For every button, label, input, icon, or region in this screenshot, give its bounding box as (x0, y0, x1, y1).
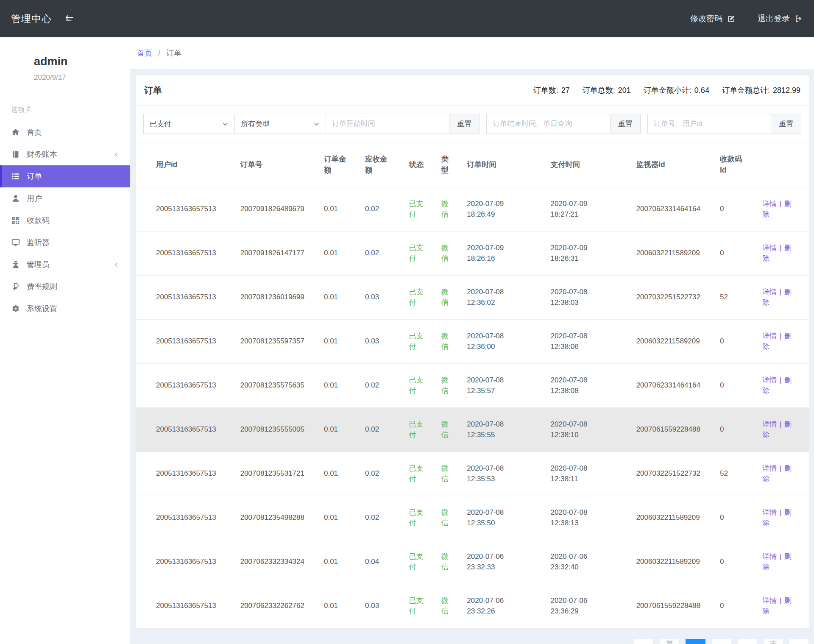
sidebar-item-home[interactable]: 首页 (0, 121, 130, 143)
cell-qrcode-id: 0 (716, 187, 759, 231)
reset-start-time-button[interactable]: 重置 (449, 114, 479, 134)
pagination-page-3[interactable]: 3 (737, 639, 757, 644)
order-detail-link[interactable]: 详情 (762, 376, 777, 384)
action-separator: | (780, 464, 781, 472)
stat-value: 2812.99 (773, 86, 800, 95)
table-header-cell: 应收金额 (362, 142, 405, 187)
sidebar-item-admins[interactable]: 管理员 (0, 254, 130, 276)
ruble-icon (11, 282, 20, 291)
pagination-last-button[interactable]: 末页 (763, 639, 783, 644)
stat-label: 订单数: (533, 86, 558, 95)
pagination-page-2[interactable]: 2 (711, 639, 731, 644)
cell-status: 已支付 (405, 231, 438, 275)
cell-monitor-id: 2006032211589209 (633, 496, 716, 540)
cell-order-time: 2020-07-08 12:36:02 (463, 275, 547, 319)
order-detail-link[interactable]: 详情 (762, 420, 777, 428)
order-detail-link[interactable]: 详情 (762, 288, 777, 296)
reset-search-button[interactable]: 重置 (771, 114, 801, 134)
order-detail-link[interactable]: 详情 (762, 464, 777, 472)
sidebar-item-qrcodes[interactable]: 收款码 (0, 209, 130, 231)
table-row: 20051316365751320070623323343240.010.04已… (136, 540, 809, 584)
cell-status: 已支付 (405, 275, 438, 319)
status-badge: 已支付 (409, 288, 423, 307)
cell-qrcode-id: 52 (716, 452, 759, 496)
action-separator: | (780, 597, 781, 605)
order-detail-link[interactable]: 详情 (762, 508, 777, 516)
pagination-next-button[interactable] (789, 639, 809, 644)
logout-link[interactable]: 退出登录 (758, 13, 803, 24)
cell-user-id: 200513163657513 (136, 231, 237, 275)
book-icon (11, 150, 20, 159)
cell-monitor-id: 2007061559228488 (633, 584, 716, 628)
order-detail-link[interactable]: 详情 (762, 552, 777, 560)
action-separator: | (780, 288, 781, 296)
cell-type: 微信 (438, 319, 463, 363)
sidebar-item-users[interactable]: 用户 (0, 187, 130, 209)
cell-type: 微信 (438, 496, 463, 540)
breadcrumb-separator: / (158, 49, 160, 57)
table-header-cell: 支付时间 (547, 142, 633, 187)
app-title: 管理中心 (11, 12, 52, 25)
cell-user-id: 200513163657513 (136, 363, 237, 407)
type-filter-select[interactable]: 所有类型 (234, 114, 326, 134)
order-detail-link[interactable]: 详情 (762, 597, 777, 605)
change-password-link[interactable]: 修改密码 (690, 13, 736, 24)
qrcode-icon (11, 216, 20, 225)
sign-out-icon (794, 14, 803, 23)
login-date: 2020/9/17 (34, 73, 121, 82)
order-detail-link[interactable]: 详情 (762, 332, 777, 340)
sidebar-item-listeners[interactable]: 监听器 (0, 231, 130, 254)
stat: 订单金额总计:2812.99 (722, 86, 800, 95)
breadcrumb-home-link[interactable]: 首页 (137, 49, 152, 57)
chevron-left-icon (113, 262, 120, 268)
list-icon (11, 172, 20, 181)
status-badge: 已支付 (409, 552, 423, 572)
page-title: 订单 (144, 84, 162, 96)
cell-order-amount: 0.01 (321, 584, 362, 628)
start-time-input[interactable] (326, 114, 449, 134)
reset-end-time-button[interactable]: 重置 (610, 114, 641, 134)
cell-pay-time: 2020-07-06 23:36:29 (547, 584, 633, 628)
gear-icon (11, 304, 20, 313)
sidebar-item-label: 首页 (27, 127, 42, 137)
sidebar-item-rates[interactable]: 费率规则 (0, 276, 130, 298)
user-panel: admin 2020/9/17 (0, 37, 130, 86)
menu-toggle-icon (64, 14, 74, 23)
order-search-input[interactable] (647, 114, 771, 134)
table-header-cell (759, 142, 809, 187)
sidebar-item-label: 订单 (27, 171, 42, 181)
sidebar-toggle-button[interactable] (64, 14, 74, 23)
end-time-input[interactable] (486, 114, 610, 134)
cell-order-amount: 0.01 (321, 363, 362, 407)
cell-user-id: 200513163657513 (136, 319, 237, 363)
status-filter-select[interactable]: 已支付 (143, 114, 235, 134)
cell-qrcode-id: 52 (716, 275, 759, 319)
cell-receivable-amount: 0.03 (362, 319, 405, 363)
table-row: 20051316365751320070812355973570.010.03已… (136, 319, 809, 363)
cell-type: 微信 (438, 452, 463, 496)
cell-actions: 详情 | 删除 (759, 187, 809, 231)
cell-order-no: 2007081235575635 (237, 363, 321, 407)
pagination: 首页123末页 (136, 628, 809, 644)
top-navbar: 管理中心 修改密码 退出登录 (0, 0, 814, 37)
pagination-page-1[interactable]: 1 (686, 639, 705, 644)
cell-order-no: 2007081235531721 (237, 452, 321, 496)
order-detail-link[interactable]: 详情 (762, 200, 777, 208)
cell-order-amount: 0.01 (321, 187, 362, 231)
table-header-cell: 订单号 (237, 142, 321, 187)
sidebar-item-settings[interactable]: 系统设置 (0, 298, 130, 320)
sidebar-item-ledger[interactable]: 财务账本 (0, 143, 130, 165)
order-detail-link[interactable]: 详情 (762, 244, 777, 252)
cell-status: 已支付 (405, 407, 438, 452)
cell-order-amount: 0.01 (321, 319, 362, 363)
cell-status: 已支付 (405, 187, 438, 231)
pagination-first-button[interactable]: 首页 (660, 639, 680, 644)
cell-order-no: 2007081235498288 (237, 496, 321, 540)
pagination-prev-button[interactable] (634, 639, 654, 644)
sidebar-item-orders[interactable]: 订单 (0, 165, 130, 187)
table-header-cell: 订单时间 (463, 142, 547, 187)
cell-actions: 详情 | 删除 (759, 584, 809, 628)
cell-qrcode-id: 0 (716, 407, 759, 452)
sidebar: admin 2020/9/17 选项卡 首页财务账本订单用户收款码监听器管理员费… (0, 37, 130, 644)
stat-value: 0.64 (694, 86, 709, 95)
